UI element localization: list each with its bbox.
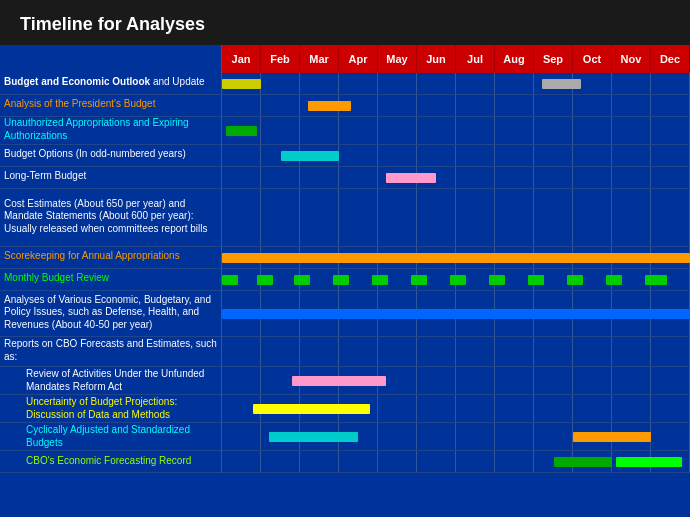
chart-column: JanFebMarAprMayJunJulAugSepOctNovDec [222, 45, 690, 473]
bar-cyclically-1 [573, 432, 651, 442]
label-row-unauthorized: Unauthorized Appropriations and Expiring… [0, 117, 221, 145]
month-header-nov: Nov [612, 45, 651, 73]
chart-row-cyclically [222, 423, 690, 451]
label-row-reports-header: Reports on CBO Forecasts and Estimates, … [0, 337, 221, 367]
chart-row-unauthorized [222, 117, 690, 145]
label-text-monthly-budget: Monthly Budget Review [4, 272, 109, 285]
label-row-various-analyses: Analyses of Various Economic, Budgetary,… [0, 291, 221, 337]
bar-uncertainty-0 [253, 404, 370, 414]
label-text-cyclically: Cyclically Adjusted and Standardized Bud… [14, 424, 219, 449]
bar-monthly-budget-3 [333, 275, 349, 285]
chart-row-budget-options [222, 145, 690, 167]
label-text-unfunded-mandates: Review of Activities Under the Unfunded … [14, 368, 219, 393]
bar-monthly-budget-5 [411, 275, 427, 285]
month-header-feb: Feb [261, 45, 300, 73]
label-row-monthly-budget: Monthly Budget Review [0, 269, 221, 291]
bar-scorekeeping-0 [222, 253, 690, 263]
bar-monthly-budget-6 [450, 275, 466, 285]
label-text-scorekeeping: Scorekeeping for Annual Appropriations [4, 250, 180, 263]
label-text-economic-forecasting: CBO's Economic Forecasting Record [14, 455, 191, 468]
bar-monthly-budget-8 [528, 275, 544, 285]
chart-row-presidents-budget [222, 95, 690, 117]
bar-monthly-budget-9 [567, 275, 583, 285]
chart-row-budget-economic [222, 73, 690, 95]
label-row-cyclically: Cyclically Adjusted and Standardized Bud… [0, 423, 221, 451]
chart-row-monthly-budget [222, 269, 690, 291]
label-text-various-analyses: Analyses of Various Economic, Budgetary,… [4, 294, 217, 332]
bar-monthly-budget-11 [645, 275, 666, 285]
label-text-budget-options: Budget Options (In odd-numbered years) [4, 148, 186, 161]
label-row-budget-options: Budget Options (In odd-numbered years) [0, 145, 221, 167]
label-text-uncertainty: Uncertainty of Budget Projections: Discu… [14, 396, 219, 421]
month-header-jul: Jul [456, 45, 495, 73]
bar-long-term-0 [386, 173, 437, 183]
bar-monthly-budget-4 [372, 275, 388, 285]
bar-presidents-budget-0 [308, 101, 351, 111]
bar-unauthorized-0 [226, 126, 257, 136]
chart-row-reports-header [222, 337, 690, 367]
chart-row-various-analyses [222, 291, 690, 337]
month-header-apr: Apr [339, 45, 378, 73]
bar-monthly-budget-2 [294, 275, 310, 285]
bar-economic-forecasting-0 [554, 457, 613, 467]
chart-row-unfunded-mandates [222, 367, 690, 395]
bar-monthly-budget-0 [222, 275, 238, 285]
label-text-budget-economic: Budget and Economic Outlook and Update [4, 76, 205, 89]
label-text-long-term: Long-Term Budget [4, 170, 86, 183]
month-header-jan: Jan [222, 45, 261, 73]
label-row-cost-estimates: Cost Estimates (About 650 per year) and … [0, 189, 221, 247]
bar-budget-economic-0 [222, 79, 261, 89]
bar-various-analyses-0 [222, 309, 690, 319]
page-title: Timeline for Analyses [10, 6, 680, 39]
month-header-dec: Dec [651, 45, 690, 73]
bar-monthly-budget-1 [257, 275, 273, 285]
month-header-mar: Mar [300, 45, 339, 73]
month-header-oct: Oct [573, 45, 612, 73]
labels-column: Budget and Economic Outlook and UpdateAn… [0, 45, 222, 473]
bar-budget-options-0 [281, 151, 340, 161]
bar-economic-forecasting-1 [616, 457, 682, 467]
label-text-presidents-budget: Analysis of the President's Budget [4, 98, 155, 111]
main-container: Budget and Economic Outlook and UpdateAn… [0, 45, 690, 473]
chart-row-long-term [222, 167, 690, 189]
months-header: JanFebMarAprMayJunJulAugSepOctNovDec [222, 45, 690, 73]
bar-cyclically-0 [269, 432, 359, 442]
label-text-reports-header: Reports on CBO Forecasts and Estimates, … [4, 338, 217, 363]
bar-budget-economic-1 [542, 79, 581, 89]
label-row-long-term: Long-Term Budget [0, 167, 221, 189]
label-row-uncertainty: Uncertainty of Budget Projections: Discu… [0, 395, 221, 423]
bar-monthly-budget-10 [606, 275, 622, 285]
month-header-sep: Sep [534, 45, 573, 73]
chart-row-uncertainty [222, 395, 690, 423]
month-header-may: May [378, 45, 417, 73]
label-row-presidents-budget: Analysis of the President's Budget [0, 95, 221, 117]
label-row-budget-economic: Budget and Economic Outlook and Update [0, 73, 221, 95]
label-text-cost-estimates: Cost Estimates (About 650 per year) and … [4, 198, 217, 236]
bar-monthly-budget-7 [489, 275, 505, 285]
month-header-aug: Aug [495, 45, 534, 73]
bar-unfunded-mandates-0 [292, 376, 386, 386]
chart-row-cost-estimates [222, 189, 690, 247]
label-row-unfunded-mandates: Review of Activities Under the Unfunded … [0, 367, 221, 395]
month-header-jun: Jun [417, 45, 456, 73]
label-text-unauthorized: Unauthorized Appropriations and Expiring… [4, 117, 217, 142]
label-row-scorekeeping: Scorekeeping for Annual Appropriations [0, 247, 221, 269]
label-row-economic-forecasting: CBO's Economic Forecasting Record [0, 451, 221, 473]
page-title-bar: Timeline for Analyses [0, 0, 690, 45]
chart-row-economic-forecasting [222, 451, 690, 473]
chart-row-scorekeeping [222, 247, 690, 269]
